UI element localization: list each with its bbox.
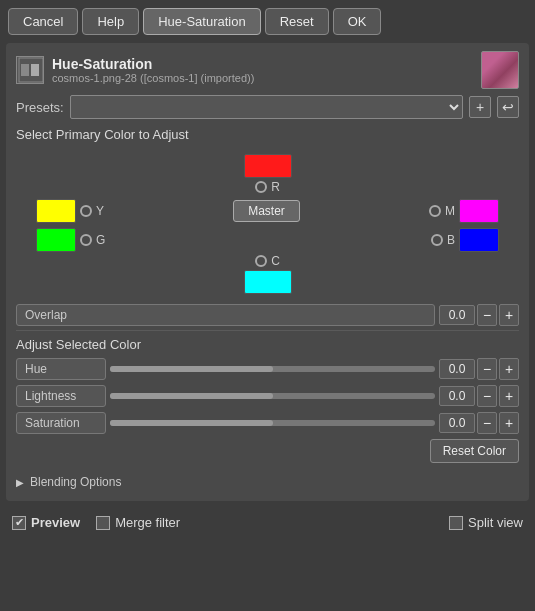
hue-saturation-icon: [17, 56, 43, 84]
panel-subtitle: cosmos-1.png-28 ([cosmos-1] (imported)): [52, 72, 254, 84]
layer-icon: [16, 56, 44, 84]
saturation-slider[interactable]: [110, 420, 435, 426]
saturation-plus-button[interactable]: +: [499, 412, 519, 434]
label-g: G: [96, 233, 105, 247]
hue-slider[interactable]: [110, 366, 435, 372]
overlap-label: Overlap: [16, 304, 435, 326]
hue-minus-button[interactable]: −: [477, 358, 497, 380]
saturation-row: Saturation 0.0 − +: [16, 412, 519, 434]
color-selector: R Y Master M G: [16, 150, 519, 298]
color-swatch-red: [244, 154, 292, 178]
color-swatch-green: [36, 228, 76, 252]
hue-spinbox: 0.0 − +: [439, 358, 519, 380]
thumbnail-preview: [481, 51, 519, 89]
hue-row: Hue 0.0 − +: [16, 358, 519, 380]
radio-g[interactable]: [80, 234, 92, 246]
presets-label: Presets:: [16, 100, 64, 115]
master-button[interactable]: Master: [233, 200, 300, 222]
label-r: R: [271, 180, 280, 194]
preview-label: Preview: [31, 515, 80, 530]
radio-y[interactable]: [80, 205, 92, 217]
panel-header: Hue-Saturation cosmos-1.png-28 ([cosmos-…: [16, 51, 519, 89]
split-view-checkbox[interactable]: [449, 516, 463, 530]
blending-triangle-icon: ▶: [16, 477, 24, 488]
overlap-row: Overlap 0.0 − +: [16, 304, 519, 326]
merge-filter-label: Merge filter: [115, 515, 180, 530]
lightness-label: Lightness: [16, 385, 106, 407]
filter-title-button[interactable]: Hue-Saturation: [143, 8, 260, 35]
preview-checkbox-item[interactable]: ✔ Preview: [12, 515, 80, 530]
adjust-section: Adjust Selected Color Hue 0.0 − + Lightn…: [16, 337, 519, 463]
label-c: C: [271, 254, 280, 268]
saturation-minus-button[interactable]: −: [477, 412, 497, 434]
svg-rect-1: [21, 64, 29, 76]
main-panel: Hue-Saturation cosmos-1.png-28 ([cosmos-…: [6, 43, 529, 501]
select-color-label: Select Primary Color to Adjust: [16, 127, 519, 142]
label-b: B: [447, 233, 455, 247]
color-swatch-blue: [459, 228, 499, 252]
back-preset-button[interactable]: ↩: [497, 96, 519, 118]
split-view-checkbox-item[interactable]: Split view: [449, 515, 523, 530]
panel-title-block: Hue-Saturation cosmos-1.png-28 ([cosmos-…: [16, 56, 254, 84]
lightness-slider[interactable]: [110, 393, 435, 399]
cancel-button[interactable]: Cancel: [8, 8, 78, 35]
lightness-minus-button[interactable]: −: [477, 385, 497, 407]
overlap-value: 0.0: [439, 305, 475, 325]
presets-row: Presets: + ↩: [16, 95, 519, 119]
lightness-spinbox: 0.0 − +: [439, 385, 519, 407]
checkmark-icon: ✔: [15, 516, 24, 529]
panel-text: Hue-Saturation cosmos-1.png-28 ([cosmos-…: [52, 56, 254, 84]
presets-select[interactable]: [70, 95, 463, 119]
radio-m[interactable]: [429, 205, 441, 217]
saturation-spinbox: 0.0 − +: [439, 412, 519, 434]
blending-options-label[interactable]: Blending Options: [30, 475, 121, 489]
split-view-label: Split view: [468, 515, 523, 530]
adjust-title: Adjust Selected Color: [16, 337, 519, 352]
blending-options-row: ▶ Blending Options: [16, 471, 519, 493]
hue-plus-button[interactable]: +: [499, 358, 519, 380]
radio-r[interactable]: [255, 181, 267, 193]
help-button[interactable]: Help: [82, 8, 139, 35]
svg-rect-2: [31, 64, 39, 76]
color-swatch-yellow: [36, 199, 76, 223]
ok-button[interactable]: OK: [333, 8, 382, 35]
merge-filter-checkbox-item[interactable]: Merge filter: [96, 515, 180, 530]
merge-filter-checkbox[interactable]: [96, 516, 110, 530]
color-swatch-cyan: [244, 270, 292, 294]
saturation-label: Saturation: [16, 412, 106, 434]
color-swatch-magenta: [459, 199, 499, 223]
radio-c[interactable]: [255, 255, 267, 267]
hue-label: Hue: [16, 358, 106, 380]
lightness-plus-button[interactable]: +: [499, 385, 519, 407]
reset-color-button[interactable]: Reset Color: [430, 439, 519, 463]
overlap-plus-button[interactable]: +: [499, 304, 519, 326]
label-y: Y: [96, 204, 104, 218]
reset-button[interactable]: Reset: [265, 8, 329, 35]
preview-checkbox[interactable]: ✔: [12, 516, 26, 530]
overlap-spinbox: 0.0 − +: [439, 304, 519, 326]
label-m: M: [445, 204, 455, 218]
panel-title: Hue-Saturation: [52, 56, 254, 72]
overlap-minus-button[interactable]: −: [477, 304, 497, 326]
top-toolbar: Cancel Help Hue-Saturation Reset OK: [0, 0, 535, 43]
lightness-value: 0.0: [439, 386, 475, 406]
radio-b[interactable]: [431, 234, 443, 246]
bottom-bar: ✔ Preview Merge filter Split view: [0, 507, 535, 538]
lightness-row: Lightness 0.0 − +: [16, 385, 519, 407]
divider: [16, 330, 519, 331]
hue-value: 0.0: [439, 359, 475, 379]
saturation-value: 0.0: [439, 413, 475, 433]
add-preset-button[interactable]: +: [469, 96, 491, 118]
